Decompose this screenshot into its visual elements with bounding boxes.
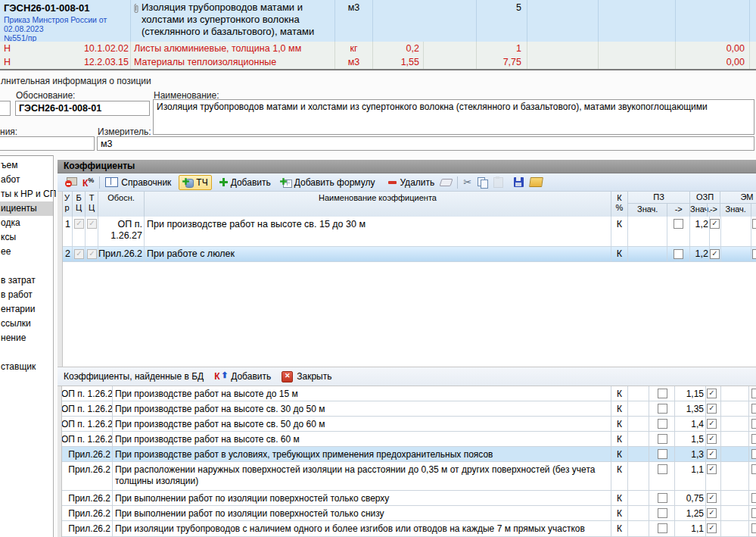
add-button[interactable]: Добавить xyxy=(216,176,274,189)
position-order: Приказ Минстроя России от 02.08.2023 №55… xyxy=(0,14,130,42)
coefficient-row-selected[interactable]: 2 Прил.26.2 При работе с люлек К 1,2 xyxy=(58,247,756,262)
cut-button[interactable]: ✂ xyxy=(460,176,474,189)
pz-apply-checkbox[interactable] xyxy=(658,419,667,429)
sidebar-item-supplier[interactable]: ставщик xyxy=(0,360,53,374)
found-row[interactable]: ОП п. 1.26.27 При производстве работ на … xyxy=(58,386,756,401)
pz-apply-checkbox[interactable] xyxy=(658,464,667,474)
justification-field[interactable]: ГЭСН26-01-008-01 xyxy=(15,101,150,116)
pz-apply-checkbox[interactable] xyxy=(658,389,667,398)
cut-bottom-field[interactable] xyxy=(0,136,95,151)
bc-checkbox[interactable] xyxy=(74,219,84,229)
ozp-apply-checkbox[interactable] xyxy=(707,419,717,429)
found-row[interactable]: Прил.26.2 При расположении наружных пове… xyxy=(58,462,756,491)
sidebar-item-execution[interactable]: нение xyxy=(0,331,53,345)
minus-icon xyxy=(388,181,397,184)
delete-button[interactable]: Удалить xyxy=(385,176,437,189)
ozp-apply-checkbox[interactable] xyxy=(707,389,717,398)
ozp-apply-checkbox[interactable] xyxy=(707,434,717,444)
copy-button[interactable] xyxy=(474,176,490,189)
sidebar-item-works[interactable]: абот xyxy=(0,173,53,187)
pz-apply-checkbox[interactable] xyxy=(658,449,667,459)
em-apply-checkbox[interactable] xyxy=(752,249,756,259)
measure-field[interactable]: м3 xyxy=(97,136,754,151)
em-apply-checkbox[interactable] xyxy=(751,389,756,398)
tc-checkbox[interactable] xyxy=(87,249,97,259)
found-row[interactable]: Прил.26.2 При выполнении работ по изоляц… xyxy=(58,506,756,521)
em-apply-checkbox[interactable] xyxy=(751,434,756,444)
grid-header: Ур БЦ ТЦ Обосн. Наименование коэффициент… xyxy=(58,192,756,217)
additional-info-section: лнительная информация о позиции Обоснова… xyxy=(0,70,756,155)
pz-apply-checkbox[interactable] xyxy=(658,434,667,444)
found-add-button[interactable]: К⬆ Добавить xyxy=(214,371,271,382)
found-row[interactable]: Прил.26.2 При выполнении работ по изоляц… xyxy=(58,491,756,506)
sidebar-item-coefficients[interactable]: ициенты xyxy=(0,201,53,216)
em-apply-checkbox[interactable] xyxy=(751,449,756,459)
paste-button[interactable] xyxy=(490,176,506,189)
found-basis: Прил.26.2 xyxy=(61,462,113,490)
sidebar-item-volume[interactable]: ъем xyxy=(0,158,53,173)
em-apply-checkbox[interactable] xyxy=(751,508,756,518)
sidebar-item-links[interactable]: ссылки xyxy=(0,317,53,331)
em-apply-checkbox[interactable] xyxy=(751,419,756,429)
found-k: К xyxy=(611,462,628,490)
position-row[interactable]: ГЭСН26-01-008-01 Приказ Минстроя России … xyxy=(0,0,756,42)
found-close-button[interactable]: ✕ Закрыть xyxy=(282,371,331,382)
found-row[interactable]: ОП п. 1.26.27 При производстве работ на … xyxy=(58,401,756,417)
tch-toggle-button[interactable]: ТЧ xyxy=(179,175,211,190)
pz-apply-checkbox[interactable] xyxy=(658,493,667,503)
found-row-highlighted[interactable]: Прил.26.2 При производстве работ в услов… xyxy=(58,447,756,462)
em-apply-checkbox[interactable] xyxy=(751,404,756,414)
resource-cost: 0,00 xyxy=(676,56,750,69)
pz-apply-checkbox[interactable] xyxy=(674,249,683,259)
sidebar-item-comments[interactable]: ентарии xyxy=(0,302,53,317)
em-apply-checkbox[interactable] xyxy=(751,493,756,503)
add-formula-button[interactable]: Добавить формулу xyxy=(277,176,378,189)
sidebar-item-work-types[interactable]: в работ xyxy=(0,288,53,302)
save-button[interactable] xyxy=(511,176,527,189)
row-number: 2 xyxy=(62,247,73,261)
found-row[interactable]: ОП п. 1.26.27 При производстве работ на … xyxy=(58,432,756,447)
k-percent-button[interactable]: К% xyxy=(79,175,97,190)
found-row[interactable]: Прил.26.2 При изоляции трубопроводов с н… xyxy=(58,521,756,537)
ozp-apply-checkbox[interactable] xyxy=(707,449,717,459)
resource-row[interactable]: Н 12.2.03.15 Материалы теплоизоляционные… xyxy=(0,56,756,69)
tc-checkbox[interactable] xyxy=(87,219,97,229)
found-row[interactable]: ОП п. 1.26.27 При производстве работ на … xyxy=(58,417,756,432)
pz-apply-checkbox[interactable] xyxy=(674,219,683,229)
found-k: К xyxy=(611,521,628,536)
sidebar-spacer xyxy=(0,259,53,273)
plus-icon xyxy=(219,178,228,186)
sidebar-item-cost-types[interactable]: в затрат xyxy=(0,273,53,288)
add-database-icon xyxy=(182,178,193,187)
ozp-apply-checkbox[interactable] xyxy=(707,493,717,503)
coefficient-row[interactable]: 1 ОП п.1.26.27 При производстве работ на… xyxy=(58,217,756,247)
ozp-apply-checkbox[interactable] xyxy=(710,249,720,259)
resource-code: 12.2.03.15 xyxy=(0,56,131,69)
clear-button[interactable] xyxy=(437,177,455,188)
ozp-apply-checkbox[interactable] xyxy=(707,404,717,414)
ozp-apply-checkbox[interactable] xyxy=(710,219,720,229)
pz-apply-checkbox[interactable] xyxy=(658,508,667,518)
found-basis: Прил.26.2 xyxy=(61,506,113,520)
reference-button[interactable]: Справочник xyxy=(102,176,174,189)
em-apply-checkbox[interactable] xyxy=(751,523,756,533)
sidebar-item-indexes[interactable]: ксы xyxy=(0,230,53,245)
cut-left-field[interactable] xyxy=(0,101,11,116)
em-apply-checkbox[interactable] xyxy=(752,219,756,229)
open-button[interactable] xyxy=(527,176,546,189)
pz-apply-checkbox[interactable] xyxy=(658,523,667,533)
name-field[interactable]: Изоляция трубопроводов матами и холстами… xyxy=(153,99,754,135)
paperclip-icon xyxy=(132,3,140,17)
resource-row[interactable]: Н 10.1.02.02 Листы алюминиевые, толщина … xyxy=(0,42,756,57)
position-coefficient-button[interactable] xyxy=(62,176,79,189)
ozp-apply-checkbox[interactable] xyxy=(707,464,717,474)
pz-apply-checkbox[interactable] xyxy=(658,404,667,414)
sidebar-item-other[interactable]: ее xyxy=(0,245,53,259)
sidebar-item-svodka[interactable]: одка xyxy=(0,216,53,230)
ozp-apply-checkbox[interactable] xyxy=(707,523,717,533)
ozp-apply-checkbox[interactable] xyxy=(707,508,717,518)
sidebar-item-nr-sp-coefficients[interactable]: ты к НР и СП xyxy=(0,187,53,201)
found-coefficients-table: ОП п. 1.26.27 При производстве работ на … xyxy=(58,386,756,537)
em-apply-checkbox[interactable] xyxy=(751,464,756,474)
bc-checkbox[interactable] xyxy=(74,249,84,259)
